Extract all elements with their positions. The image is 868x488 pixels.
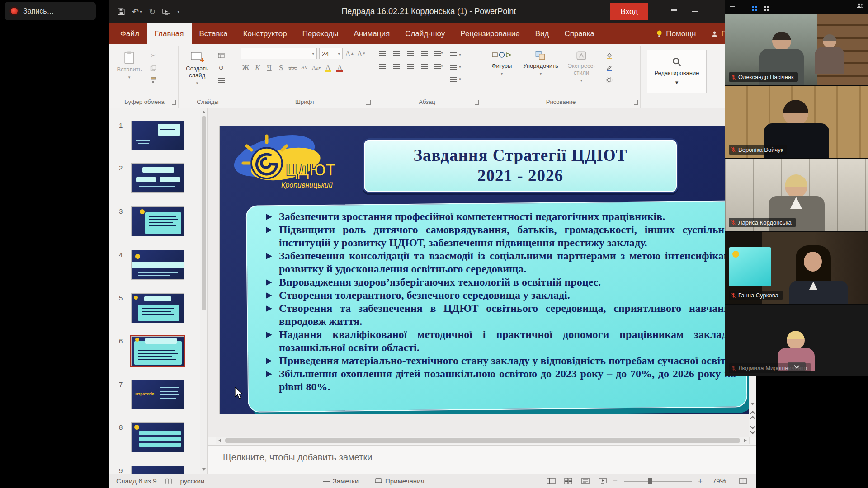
reading-view-button[interactable] [580,476,591,486]
bold-button[interactable]: Ж [241,62,250,73]
participants-icon[interactable] [856,3,863,11]
participant-tile[interactable]: Олександр Пасічняк [725,14,868,85]
numbering-button[interactable] [391,48,402,58]
align-left-button[interactable] [377,61,388,71]
increase-indent-button[interactable] [419,48,430,58]
meeting-restore-icon[interactable] [741,5,745,9]
thumbnail-slide-6[interactable] [131,336,184,366]
drawing-dialog-launcher[interactable] [634,100,638,105]
tab-file[interactable]: Файл [113,23,147,44]
align-text-button[interactable]: ▾ [448,62,464,72]
slide-bullet[interactable]: Забезпечення консолідації та взаємодії і… [263,249,736,276]
slide-sorter-button[interactable] [562,476,574,486]
slide-title-banner[interactable]: Завдання Стратегії ЦДЮТ 2021 - 2026 [363,138,678,193]
clipboard-dialog-launcher[interactable] [172,100,176,105]
section-button[interactable] [215,75,227,85]
quick-styles-button[interactable]: Экспресс-стили ▾ [563,48,600,84]
slide-canvas[interactable]: ЦДЮТ Кропивницький Завдання Стратегії ЦД… [220,126,749,414]
participant-tile[interactable]: Вероніка Войчук [725,86,868,158]
undo-button[interactable]: ↶▾ [132,7,142,17]
shape-outline-button[interactable] [603,63,615,73]
copy-button[interactable] [147,63,159,73]
strikethrough-button[interactable]: abc [288,62,297,73]
tab-transitions[interactable]: Переходы [295,23,346,44]
next-slide-button[interactable] [751,425,755,435]
shape-effects-button[interactable] [603,75,615,85]
scroll-down-icon[interactable] [202,468,206,471]
grid-view-icon[interactable] [764,6,766,8]
language-button[interactable]: русский [180,477,205,485]
notes-toggle[interactable]: Заметки [323,477,359,485]
tab-slideshow[interactable]: Слайд-шоу [397,23,453,44]
collapse-thumbnails-button[interactable] [788,362,806,371]
meeting-minimize-icon[interactable] [730,6,735,7]
tab-view[interactable]: Вид [528,23,557,44]
shape-fill-button[interactable] [603,51,615,61]
zoom-slider-knob[interactable] [648,478,652,484]
spellcheck-button[interactable] [165,478,172,484]
paste-button[interactable]: Вставить ▾ [114,48,144,81]
columns-button[interactable]: ▾ [433,61,444,71]
zoom-out-button[interactable]: − [611,477,619,486]
thumbnail-slide-1[interactable] [131,121,184,150]
slide-bullet[interactable]: Приведення матеріально-технічного стану … [263,354,736,367]
zoom-slider[interactable] [624,481,692,482]
kerning-button[interactable]: AV [300,62,309,73]
text-direction-button[interactable]: ▾ [448,50,464,60]
slide-layout-button[interactable] [215,51,227,61]
scroll-left-icon[interactable] [218,439,221,442]
italic-button[interactable]: К [253,62,262,73]
thumbnail-slide-4[interactable] [131,250,184,280]
slide-number-indicator[interactable]: Слайд 6 из 9 [116,477,157,485]
thumbnail-slide-3[interactable] [131,206,184,236]
font-name-select[interactable]: ▾ [241,48,317,59]
reset-slide-button[interactable]: ↺ [215,63,227,73]
redo-button[interactable]: ↻ [149,7,156,17]
participant-tile-active-speaker[interactable]: Лариса Кордонська [725,159,868,231]
shapes-button[interactable]: Фигуры ▾ [485,48,519,77]
notes-pane[interactable]: Щелкните, чтобы добавить заметки [208,445,756,474]
slide-bullet[interactable]: Впровадження здоров’язберігаючих техноло… [263,276,736,289]
maximize-button[interactable] [705,0,726,23]
thumbnail-slide-9[interactable] [131,466,184,474]
grow-font-button[interactable]: А▲ [345,48,354,59]
normal-view-button[interactable] [545,476,557,486]
scrollbar-thumb[interactable] [202,116,206,310]
slideshow-view-button[interactable] [597,476,609,486]
thumbnail-slide-5[interactable] [131,293,184,323]
thumbnail-slide-7[interactable]: Стратегія [131,380,184,409]
paragraph-dialog-launcher[interactable] [475,100,479,105]
highlight-color-button[interactable]: А [323,62,333,73]
slide-bullet[interactable]: Збільшення охоплення дітей позашкільною … [263,367,736,394]
save-button[interactable] [117,8,125,16]
decrease-indent-button[interactable] [405,48,416,58]
align-right-button[interactable] [405,61,416,71]
slide-bullet[interactable]: Створення та забезпечення в ЦДЮТ освітнь… [263,302,736,328]
shrink-font-button[interactable]: А▼ [357,48,366,59]
tab-design[interactable]: Конструктор [236,23,295,44]
slide-bullet[interactable]: Забезпечити зростання професійної компет… [263,210,736,223]
slide-bullet[interactable]: Надання кваліфікованої методичної і прак… [263,328,736,354]
font-size-select[interactable]: 24▾ [319,48,343,59]
editing-button[interactable]: Редактирование ▾ [647,50,707,93]
underline-button[interactable]: Ч [264,62,274,73]
comments-toggle[interactable]: Примечания [375,477,425,485]
align-center-button[interactable] [391,61,402,71]
bullets-button[interactable] [377,48,388,58]
zoom-in-button[interactable]: + [696,477,704,486]
font-dialog-launcher[interactable] [366,100,371,105]
start-slideshow-button[interactable] [162,8,170,15]
tab-review[interactable]: Рецензирование [453,23,527,44]
tab-animations[interactable]: Анимация [346,23,397,44]
format-painter-button[interactable] [147,75,159,85]
slide-bullet[interactable]: Підвищити роль дитячого самоврядування, … [263,223,736,249]
new-slide-button[interactable]: Создать слайд ▾ [182,48,212,87]
participant-tile[interactable]: Людмила Мирошниченко [725,305,868,376]
tab-home[interactable]: Главная [147,23,192,44]
text-shadow-button[interactable]: S [276,62,286,73]
cut-button[interactable]: ✂ [147,51,159,61]
fit-slide-button[interactable] [737,476,749,486]
thumbnail-slide-8[interactable] [131,422,184,452]
justify-button[interactable] [419,61,430,71]
tab-insert[interactable]: Вставка [192,23,236,44]
